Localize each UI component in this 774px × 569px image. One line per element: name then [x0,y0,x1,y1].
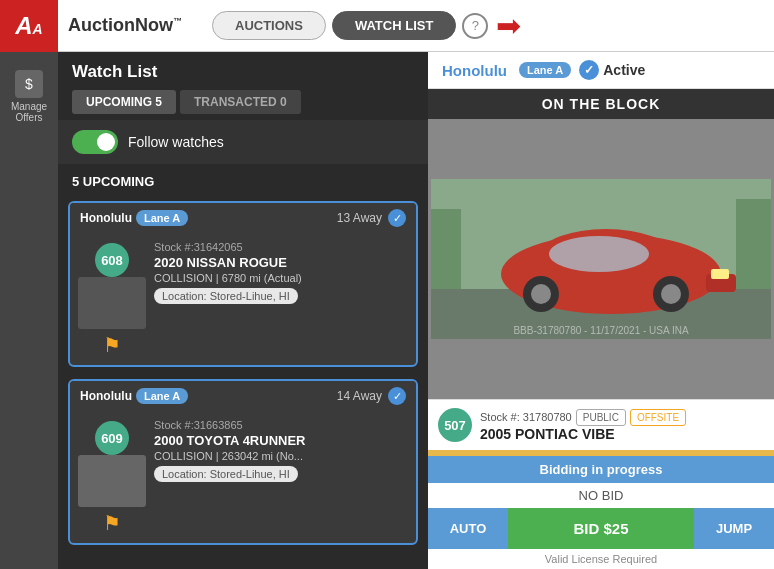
svg-point-6 [531,284,551,304]
watch-header: Watch List UPCOMING 5 TRANSACTED 0 [58,52,428,120]
card-1-location-tag: Location: Stored-Lihue, HI [154,288,298,304]
dollar-icon: $ [15,70,43,98]
car-image-area: BBB-31780780 - 11/17/2021 - USA INA [428,119,774,399]
card-1-location: Honolulu Lane A [80,210,188,226]
follow-row-wrapper: ➡ Follow watches [58,120,428,164]
follow-watches-toggle[interactable] [72,130,118,154]
card-2-lane: Lane A [136,388,188,404]
card-1-body: 608 ⚑ Stock #:31642065 2020 NISSAN ROGUE… [70,233,416,365]
follow-label: Follow watches [128,134,224,150]
valid-license-text: Valid License Required [428,549,774,569]
vehicle-info-row: 507 Stock #: 31780780 PUBLIC OFFSITE 200… [428,400,774,450]
bidding-banner: Bidding in progress [428,456,774,483]
bottom-panel: 507 Stock #: 31780780 PUBLIC OFFSITE 200… [428,399,774,569]
watch-tabs: UPCOMING 5 TRANSACTED 0 [72,90,414,114]
top-nav: AA AuctionNow™ AUCTIONS WATCH LIST ? ➡ [0,0,774,52]
sidebar: $ Manage Offers [0,52,58,569]
bookmark-icon-2: ⚑ [103,511,121,535]
watch-card-1[interactable]: Honolulu Lane A 13 Away ✓ 608 ⚑ [68,201,418,367]
card-1-stock: Stock #:31642065 [154,241,408,253]
card-1-check-icon: ✓ [388,209,406,227]
svg-point-8 [661,284,681,304]
card-2-carname: 2000 TOYOTA 4RUNNER [154,433,408,448]
active-label: Active [603,62,645,78]
card-1-wrapper: ➡ Honolulu Lane A 13 Away ✓ 608 [58,195,428,373]
no-bid-row: NO BID [428,483,774,508]
card-2-away: 14 Away ✓ [337,387,406,405]
nav-buttons: AUCTIONS WATCH LIST [212,11,456,40]
main-body: $ Manage Offers Watch List UPCOMING 5 TR… [0,52,774,569]
toggle-thumb [97,133,115,151]
card-2-thumb [78,455,146,507]
toggle-track [72,130,118,154]
follow-row: Follow watches [58,120,428,164]
city-name: Honolulu [442,62,507,79]
pub-badge: PUBLIC [576,409,626,426]
arrow-indicator: ➡ [496,8,521,43]
vehicle-stock-num: Stock #: 31780780 [480,411,572,423]
watch-card-2[interactable]: Honolulu Lane A 14 Away ✓ 609 ⚑ Stock [68,379,418,545]
watch-title: Watch List [72,62,414,82]
jump-button[interactable]: JUMP [694,508,774,549]
auto-button[interactable]: AUTO [428,508,508,549]
car-image-svg: BBB-31780780 - 11/17/2021 - USA INA [428,179,774,339]
card-2-header: Honolulu Lane A 14 Away ✓ [70,381,416,411]
card-1-header: Honolulu Lane A 13 Away ✓ [70,203,416,233]
vehicle-stock-row: Stock #: 31780780 PUBLIC OFFSITE [480,409,764,426]
card-2-left: 609 ⚑ [78,419,146,535]
card-2-info: Stock #:31663865 2000 TOYOTA 4RUNNER COL… [154,419,408,482]
card-2-location: Honolulu Lane A [80,388,188,404]
card-1-away: 13 Away ✓ [337,209,406,227]
upcoming-tab[interactable]: UPCOMING 5 [72,90,176,114]
card-2-body: 609 ⚑ Stock #:31663865 2000 TOYOTA 4RUNN… [70,411,416,543]
card-2-detail: COLLISION | 263042 mi (No... [154,450,408,462]
app-title: AuctionNow™ [68,15,182,36]
card-2-lot: 609 [95,421,129,455]
sidebar-item-manage-offers[interactable]: $ Manage Offers [0,62,58,131]
card-1-lot: 608 [95,243,129,277]
card-1-city: Honolulu [80,211,132,225]
logo-text: AA [15,12,42,40]
card-1-carname: 2020 NISSAN ROGUE [154,255,408,270]
manage-offers-label: Manage Offers [4,101,54,123]
card-2-check-icon: ✓ [388,387,406,405]
card-1-detail: COLLISION | 6780 mi (Actual) [154,272,408,284]
right-lane-badge: Lane A [519,62,571,78]
car-thumb-placeholder-2 [78,455,146,507]
card-1-lane: Lane A [136,210,188,226]
active-badge: ✓ Active [579,60,645,80]
on-block-banner: ON THE BLOCK [428,89,774,119]
svg-text:BBB-31780780 - 11/17/2021 - US: BBB-31780780 - 11/17/2021 - USA INA [513,325,688,336]
svg-point-4 [549,236,649,272]
help-button[interactable]: ? [462,13,488,39]
svg-rect-12 [736,199,771,289]
card-2-city: Honolulu [80,389,132,403]
car-thumb-placeholder-1 [78,277,146,329]
svg-rect-10 [711,269,729,279]
auctions-button[interactable]: AUCTIONS [212,11,326,40]
card-1-thumb [78,277,146,329]
bookmark-icon-1: ⚑ [103,333,121,357]
card-1-info: Stock #:31642065 2020 NISSAN ROGUE COLLI… [154,241,408,304]
offsite-badge: OFFSITE [630,409,686,426]
card-2-location-tag: Location: Stored-Lihue, HI [154,466,298,482]
right-header: Honolulu Lane A ✓ Active [428,52,774,89]
logo: AA [0,0,58,52]
vehicle-name: 2005 PONTIAC VIBE [480,426,764,442]
right-panel: Honolulu Lane A ✓ Active ON THE BLOCK [428,52,774,569]
watchlist-button[interactable]: WATCH LIST [332,11,456,40]
card-2-stock: Stock #:31663865 [154,419,408,431]
card-1-left: 608 ⚑ [78,241,146,357]
svg-rect-11 [431,209,461,289]
lot-507-badge: 507 [438,408,472,442]
vehicle-details: Stock #: 31780780 PUBLIC OFFSITE 2005 PO… [480,409,764,442]
upcoming-header: 5 UPCOMING [58,164,428,195]
active-check-icon: ✓ [579,60,599,80]
bid-buttons: AUTO BID $25 JUMP [428,508,774,549]
bid-main-button[interactable]: BID $25 [508,508,694,549]
watch-panel: Watch List UPCOMING 5 TRANSACTED 0 ➡ Fol… [58,52,428,569]
transacted-tab[interactable]: TRANSACTED 0 [180,90,301,114]
